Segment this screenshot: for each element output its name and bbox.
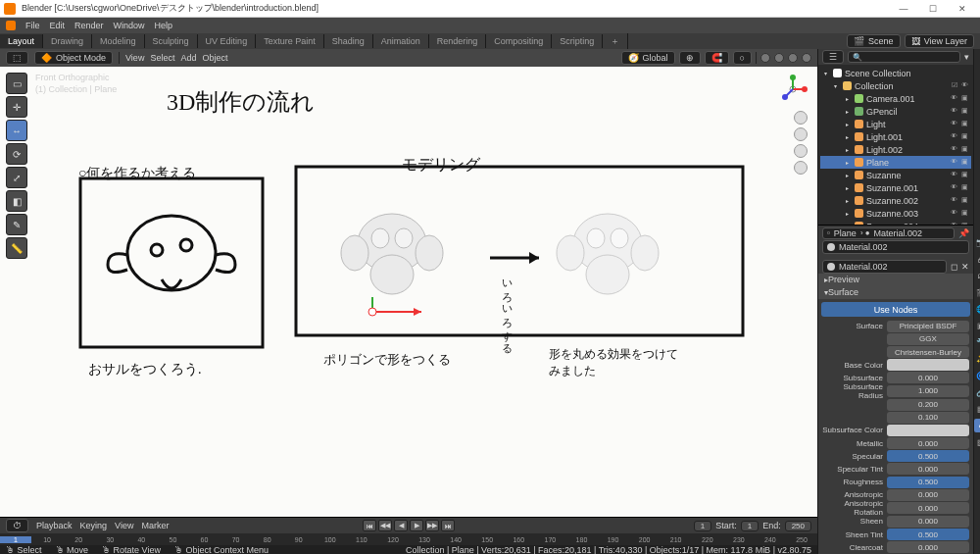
surface-section[interactable]: ▾ Surface [818, 286, 973, 299]
sheen-field[interactable]: 0.000 [887, 516, 969, 528]
pan-icon[interactable] [794, 127, 808, 141]
frame-tick[interactable]: 40 [125, 536, 157, 543]
prop-mesh-icon[interactable]: ▦ [974, 402, 980, 416]
roughness-field[interactable]: 0.500 [887, 477, 969, 488]
keyframe-prev-button[interactable]: ◀◀ [378, 520, 392, 531]
tab-add[interactable]: ＋ [603, 33, 628, 50]
tl-menu-marker[interactable]: Marker [141, 521, 169, 530]
sss-radius-1[interactable]: 0.200 [887, 399, 969, 411]
mode-selector[interactable]: 🔶 Object Mode [34, 51, 113, 65]
tool-scale[interactable]: ⤢ [6, 167, 27, 188]
ortho-icon[interactable] [794, 161, 808, 175]
current-frame-field[interactable]: 1 [694, 521, 711, 531]
frame-tick[interactable]: 200 [629, 536, 661, 543]
shading-rendered-icon[interactable] [802, 53, 811, 63]
material-slot[interactable]: Material.002 [822, 240, 969, 254]
frame-tick[interactable]: 130 [409, 536, 440, 543]
outliner-item[interactable]: ▸GPencil👁▣ [820, 105, 971, 118]
menu-add[interactable]: Add [180, 53, 196, 63]
tool-rotate[interactable]: ⟳ [6, 143, 27, 165]
properties-context[interactable]: ▫ Plane › ● Material.002 [822, 227, 955, 239]
outliner-editor-icon[interactable]: ☰ [822, 50, 844, 64]
pin-icon[interactable]: 📌 [958, 228, 969, 238]
tab-sculpting[interactable]: Sculpting [145, 34, 198, 48]
outliner-item[interactable]: ▸Light.002👁▣ [820, 143, 971, 156]
start-frame-field[interactable]: 1 [741, 521, 759, 531]
shading-solid-icon[interactable] [774, 53, 784, 63]
viewlayer-selector[interactable]: 🖼 View Layer [905, 34, 974, 48]
frame-tick[interactable]: 50 [157, 536, 188, 543]
frame-tick[interactable]: 1 [0, 536, 31, 543]
metallic-field[interactable]: 0.000 [887, 437, 969, 449]
sss-radius-0[interactable]: 1.000 [887, 385, 969, 397]
frame-tick[interactable]: 10 [31, 536, 63, 543]
tab-texturepaint[interactable]: Texture Paint [256, 34, 324, 48]
frame-tick[interactable]: 30 [94, 536, 125, 543]
outliner-item[interactable]: ▸Plane👁▣ [820, 156, 971, 169]
new-material-icon[interactable]: ◻ [951, 262, 957, 272]
prop-particle-icon[interactable]: ✨ [974, 352, 980, 366]
frame-tick[interactable]: 80 [252, 536, 283, 543]
shading-lookdev-icon[interactable] [788, 53, 798, 63]
tool-cursor[interactable]: ✛ [6, 96, 27, 118]
zoom-icon[interactable] [794, 111, 808, 125]
material-selector[interactable]: Material.002 [822, 260, 947, 274]
menu-window[interactable]: Window [114, 21, 145, 30]
frame-tick[interactable]: 150 [471, 536, 503, 543]
outliner-item[interactable]: ▸Light👁▣ [820, 118, 971, 130]
nav-gizmo[interactable] [778, 75, 808, 104]
orientation-dropdown[interactable]: 🧭 Global [621, 51, 675, 65]
clearcoat-field[interactable]: 0.000 [887, 541, 969, 553]
pivot-dropdown[interactable]: ⊕ [679, 51, 701, 65]
viewport-3d[interactable]: ▭ ✛ ↔ ⟳ ⤢ ◧ ✎ 📏 Front Orthographic (1) C… [0, 67, 817, 517]
end-frame-field[interactable]: 250 [785, 521, 811, 531]
tl-menu-playback[interactable]: Playback [36, 521, 73, 530]
frame-tick[interactable]: 60 [188, 536, 220, 543]
frame-tick[interactable]: 190 [597, 536, 628, 543]
snap-toggle[interactable]: 🧲 [705, 51, 729, 65]
camera-icon[interactable] [794, 144, 808, 158]
tab-scripting[interactable]: Scripting [552, 34, 603, 48]
anisotropic-rot-field[interactable]: 0.000 [887, 502, 969, 514]
filter-icon[interactable]: ▾ [964, 52, 969, 62]
frame-tick[interactable]: 240 [755, 536, 786, 543]
tool-measure[interactable]: 📏 [6, 237, 27, 259]
prop-render-icon[interactable]: 📷 [974, 235, 980, 249]
menu-select[interactable]: Select [150, 53, 174, 63]
jump-start-button[interactable]: ⏮ [363, 520, 376, 531]
frame-tick[interactable]: 160 [503, 536, 534, 543]
outliner-item[interactable]: ▸Suzanne.004👁▣ [820, 220, 971, 225]
prop-output-icon[interactable]: 🖨 [974, 252, 980, 266]
play-reverse-button[interactable]: ◀ [394, 520, 408, 531]
shading-wire-icon[interactable] [760, 53, 770, 63]
tab-drawing[interactable]: Drawing [43, 34, 92, 48]
menu-edit[interactable]: Edit [50, 21, 66, 30]
editor-type-icon[interactable]: ⬚ [6, 51, 28, 65]
specular-field[interactable]: 0.500 [887, 450, 969, 462]
menu-view[interactable]: View [125, 53, 144, 63]
sss-color-swatch[interactable] [887, 425, 969, 436]
surface-shader-dropdown[interactable]: Principled BSDF [887, 321, 969, 332]
frame-tick[interactable]: 230 [723, 536, 755, 543]
tab-animation[interactable]: Animation [373, 34, 429, 48]
tab-shading[interactable]: Shading [324, 34, 373, 48]
tool-annotate[interactable]: ✎ [6, 214, 27, 235]
tab-rendering[interactable]: Rendering [429, 34, 487, 48]
tool-select-box[interactable]: ▭ [6, 73, 27, 94]
window-close-button[interactable]: ✕ [949, 2, 976, 16]
frame-tick[interactable]: 110 [346, 536, 377, 543]
frame-tick[interactable]: 70 [220, 536, 252, 543]
prop-scene-icon[interactable]: 🎬 [974, 285, 980, 299]
menu-help[interactable]: Help [155, 21, 173, 30]
subsurface-field[interactable]: 0.000 [887, 372, 969, 383]
prop-physics-icon[interactable]: 🌀 [974, 369, 980, 382]
menu-object[interactable]: Object [202, 53, 227, 63]
tool-transform[interactable]: ◧ [6, 190, 27, 212]
prop-material-icon[interactable]: ● [974, 419, 980, 432]
timeline-ruler[interactable]: 1102030405060708090100110120130140150160… [0, 533, 817, 545]
proportional-toggle[interactable]: ○ [733, 51, 752, 65]
tl-menu-view[interactable]: View [115, 521, 133, 530]
timeline-editor-icon[interactable]: ⏱ [6, 519, 28, 532]
tab-modeling[interactable]: Modeling [92, 34, 145, 48]
prop-modifier-icon[interactable]: 🔧 [974, 335, 980, 349]
